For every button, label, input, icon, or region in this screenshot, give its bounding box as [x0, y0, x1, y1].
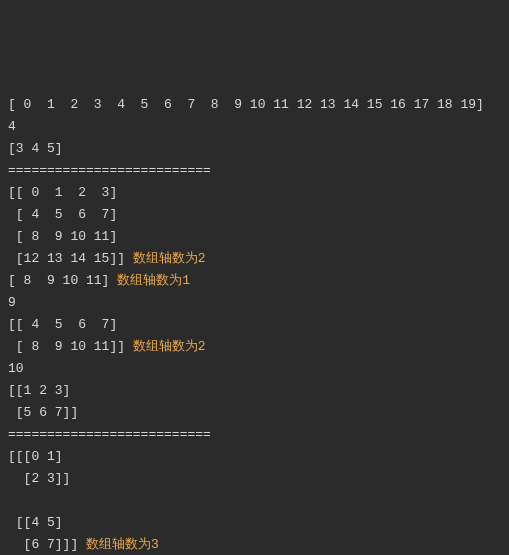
output-line: [ 0 1 2 3 4 5 6 7 8 9 10 11 12 13 14 15 … — [8, 94, 501, 116]
output-line: [ 8 9 10 11] — [8, 226, 501, 248]
output-line: [[1 2 3] — [8, 380, 501, 402]
output-line: [[ 4 5 6 7] — [8, 314, 501, 336]
output-line: ========================== — [8, 160, 501, 182]
axis-annotation: 数组轴数为2 — [133, 339, 206, 354]
output-line: 9 — [8, 292, 501, 314]
output-line: 4 — [8, 116, 501, 138]
axis-annotation: 数组轴数为1 — [117, 273, 190, 288]
output-line: [[ 0 1 2 3] — [8, 182, 501, 204]
terminal-output: [ 0 1 2 3 4 5 6 7 8 9 10 11 12 13 14 15 … — [8, 94, 501, 555]
output-line: [ 4 5 6 7] — [8, 204, 501, 226]
output-line: [2 3]] — [8, 468, 501, 490]
axis-annotation: 数组轴数为2 — [133, 251, 206, 266]
output-line: 10 — [8, 358, 501, 380]
output-line: [6 7]]] 数组轴数为3 — [8, 534, 501, 555]
output-line: [3 4 5] — [8, 138, 501, 160]
output-line: [12 13 14 15]] 数组轴数为2 — [8, 248, 501, 270]
output-line: [[[0 1] — [8, 446, 501, 468]
output-line — [8, 490, 501, 512]
output-line: [5 6 7]] — [8, 402, 501, 424]
output-line: [[4 5] — [8, 512, 501, 534]
axis-annotation: 数组轴数为3 — [86, 537, 159, 552]
output-line: ========================== — [8, 424, 501, 446]
output-line: [ 8 9 10 11] 数组轴数为1 — [8, 270, 501, 292]
output-line: [ 8 9 10 11]] 数组轴数为2 — [8, 336, 501, 358]
